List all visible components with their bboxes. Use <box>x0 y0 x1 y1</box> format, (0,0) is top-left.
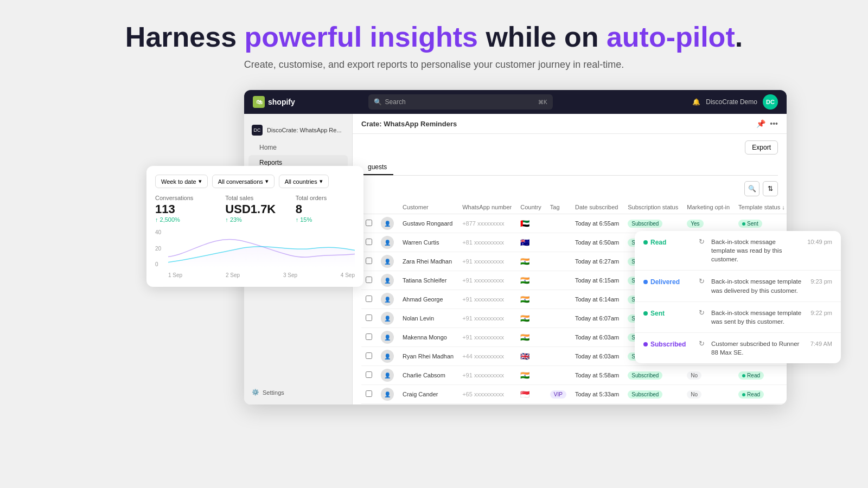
filter-countries[interactable]: All countries ▾ <box>279 175 329 188</box>
row-date: Today at 6:07am <box>571 309 623 328</box>
row-template: Read <box>734 385 787 404</box>
chart-x-labels: 1 Sep 2 Sep 3 Sep 4 Sep <box>168 272 355 278</box>
row-country: 🇬🇧 <box>516 347 546 366</box>
stat-orders: Total orders 8 ↑ 15% <box>296 195 355 223</box>
row-checkbox[interactable] <box>361 214 376 233</box>
shopify-search[interactable]: 🔍 Search ⌘K <box>368 94 553 110</box>
stat-orders-label: Total orders <box>296 195 355 201</box>
stat-conversations-label: Conversations <box>155 195 214 201</box>
row-checkbox[interactable] <box>361 290 376 309</box>
row-checkbox[interactable] <box>361 347 376 366</box>
row-country: 🇮🇳 <box>516 271 546 290</box>
col-tag[interactable]: Tag <box>546 201 571 214</box>
col-marketing[interactable]: Marketing opt-in <box>682 201 734 214</box>
col-avatar <box>376 201 398 214</box>
row-country: 🇦🇪 <box>516 214 546 233</box>
row-country: 🇮🇳 <box>516 290 546 309</box>
row-phone: +91 xxxxxxxxxx <box>458 252 516 271</box>
row-tag <box>546 233 571 252</box>
row-country: 🇸🇬 <box>516 404 546 405</box>
activity-time: 9:23 pm <box>810 277 832 285</box>
row-checkbox[interactable] <box>361 328 376 347</box>
row-country: 🇮🇳 <box>516 366 546 385</box>
row-date: Today at 6:03am <box>571 347 623 366</box>
col-date[interactable]: Date subscribed <box>571 201 623 214</box>
col-phone[interactable]: WhatsApp number <box>458 201 516 214</box>
sidebar-settings-bottom[interactable]: ⚙️ Settings <box>252 389 284 396</box>
row-phone: +65 xxxxxxxxxx <box>458 385 516 404</box>
shopify-topbar: 🛍 shopify 🔍 Search ⌘K 🔔 DiscoCrate Demo … <box>244 90 787 114</box>
row-checkbox[interactable] <box>361 366 376 385</box>
settings-gear-icon: ⚙️ <box>252 389 259 396</box>
row-checkbox[interactable] <box>361 309 376 328</box>
row-template: Read <box>734 366 787 385</box>
row-marketing: Yes <box>682 214 734 233</box>
shopify-topbar-right: 🔔 DiscoCrate Demo DC <box>692 94 778 110</box>
row-avatar: 👤 <box>376 404 398 405</box>
search-filter-button[interactable]: 🔍 <box>744 181 760 196</box>
row-subscription: Subscribed <box>623 214 682 233</box>
row-phone: +81 xxxxxxxxxx <box>458 233 516 252</box>
row-country: 🇮🇳 <box>516 252 546 271</box>
chart-area: 40 20 0 1 Sep 2 Sep <box>155 229 355 278</box>
app-name: DiscoCrate: WhatsApp Re... <box>267 127 342 133</box>
stat-conversations-change: ↑ 2,500% <box>155 216 214 223</box>
row-tag <box>546 309 571 328</box>
table-row: 👤 Gustavo Rongaard +877 xxxxxxxxx 🇦🇪 Tod… <box>361 214 787 233</box>
shopify-logo: 🛍 shopify <box>253 96 295 108</box>
chart-svg <box>168 229 355 268</box>
activity-status: Read <box>643 237 692 246</box>
search-icon: 🔍 <box>374 98 382 106</box>
stats-card: Week to date ▾ All conversations ▾ All c… <box>146 166 363 287</box>
tabs-row: guests <box>361 160 778 176</box>
activity-content: Back-in-stock message template was deliv… <box>711 277 804 294</box>
col-customer[interactable]: Customer <box>398 201 458 214</box>
more-options-icon[interactable]: ••• <box>770 119 778 128</box>
row-country: 🇮🇳 <box>516 328 546 347</box>
search-placeholder-text: Search <box>385 98 406 106</box>
filter-week[interactable]: Week to date ▾ <box>155 175 208 188</box>
row-date: Today at 6:15am <box>571 271 623 290</box>
sidebar-item-home[interactable]: Home <box>244 140 352 155</box>
row-template: Read <box>734 404 787 405</box>
activity-time: 10:49 pm <box>807 237 832 245</box>
table-row: 👤 Craig Cander +65 xxxxxxxxxx 🇸🇬 VIP Tod… <box>361 385 787 404</box>
stats-filters: Week to date ▾ All conversations ▾ All c… <box>155 175 355 188</box>
status-label: Subscribed <box>650 341 686 348</box>
col-country[interactable]: Country <box>516 201 546 214</box>
hero-title-highlight1: powerful insights <box>245 21 478 53</box>
row-country: 🇸🇬 <box>516 385 546 404</box>
col-subscription[interactable]: Subscription status <box>623 201 682 214</box>
pin-icon[interactable]: 📌 <box>756 119 765 128</box>
row-phone: +91 xxxxxxxxxx <box>458 290 516 309</box>
row-checkbox[interactable] <box>361 271 376 290</box>
filter-button[interactable]: ⇅ <box>763 181 778 196</box>
row-tag <box>546 366 571 385</box>
col-template[interactable]: Template status ↓ <box>734 201 787 214</box>
notification-icon[interactable]: 🔔 <box>692 98 700 106</box>
export-button[interactable]: Export <box>745 140 778 155</box>
activity-content: Back-in-stock message template was sent … <box>711 309 804 326</box>
status-dot <box>643 311 648 316</box>
row-tag <box>546 328 571 347</box>
activity-icon: ↻ <box>699 309 705 317</box>
activity-icon: ↻ <box>699 277 705 285</box>
row-subscription: Subscribed <box>623 385 682 404</box>
filter-conversations[interactable]: All conversations ▾ <box>212 175 275 188</box>
row-checkbox[interactable] <box>361 404 376 405</box>
hero-title-end: . <box>735 21 743 53</box>
sidebar-app-item: DC DiscoCrate: WhatsApp Re... <box>244 120 352 140</box>
row-checkbox[interactable] <box>361 252 376 271</box>
shopify-logo-text: shopify <box>268 98 295 106</box>
tab-guests[interactable]: guests <box>361 160 393 175</box>
row-checkbox[interactable] <box>361 385 376 404</box>
hero-title-highlight2: auto-pilot <box>607 21 735 53</box>
row-tag <box>546 271 571 290</box>
col-checkbox <box>361 201 376 214</box>
status-label: Sent <box>650 310 665 317</box>
row-marketing: No <box>682 404 734 405</box>
row-checkbox[interactable] <box>361 233 376 252</box>
status-label: Read <box>650 239 666 246</box>
row-customer: Ahmad George <box>398 290 458 309</box>
row-date: Today at 5:30am <box>571 404 623 405</box>
